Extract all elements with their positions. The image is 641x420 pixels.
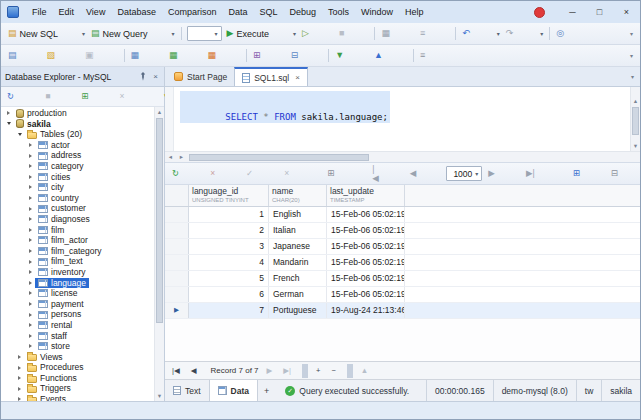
cell-language-id[interactable]: 4 xyxy=(189,255,269,270)
first-page-button[interactable]: |◀ xyxy=(369,165,406,183)
expander-icon[interactable] xyxy=(26,183,35,192)
menu-item[interactable]: Debug xyxy=(283,1,322,23)
expander-icon[interactable] xyxy=(15,384,24,393)
scroll-up-icon[interactable]: ▲ xyxy=(631,96,640,106)
document-tab[interactable]: Start Page xyxy=(167,67,234,86)
tree-item[interactable]: Views xyxy=(1,352,154,363)
toolbar-overflow-button[interactable]: ▾ xyxy=(627,30,636,37)
grid-view-button[interactable]: ⊞ xyxy=(570,165,607,183)
import-data-button[interactable]: ▼ xyxy=(332,47,371,65)
scrollbar-thumb[interactable] xyxy=(189,154,369,161)
disconnect-button[interactable]: × xyxy=(116,89,151,105)
tree-item[interactable]: address xyxy=(1,150,154,161)
cell-language-id[interactable]: 2 xyxy=(189,223,269,238)
cell-name[interactable]: Japanese xyxy=(269,239,327,254)
status-segment[interactable]: 00:00:00.165 xyxy=(426,380,493,401)
editor-scrollbar[interactable]: ▲ ▼ xyxy=(630,87,640,151)
tree-item[interactable]: payment xyxy=(1,299,154,310)
scroll-left-icon[interactable]: ◂ xyxy=(165,153,176,161)
tree-item[interactable]: staff xyxy=(1,330,154,341)
row-header[interactable] xyxy=(165,207,189,222)
cell-language-id[interactable]: 1 xyxy=(189,207,269,222)
expander-icon[interactable] xyxy=(15,352,24,361)
cell-last-update[interactable]: 15-Feb-06 05:02:19 xyxy=(327,207,405,222)
last-record-button[interactable]: ▶| xyxy=(280,364,297,378)
expander-icon[interactable] xyxy=(26,204,35,213)
find-button[interactable]: ◎ xyxy=(553,25,591,43)
cell-name[interactable]: Mandarin xyxy=(269,255,327,270)
menu-item[interactable]: Window xyxy=(355,1,399,23)
row-header[interactable] xyxy=(165,239,189,254)
new-connection-button[interactable]: ⊞ xyxy=(78,89,115,105)
grid-row[interactable]: ▶ 7 Portuguese 19-Aug-24 21:13:46 xyxy=(165,303,640,319)
panel-close-icon[interactable]: × xyxy=(151,72,160,81)
scroll-right-icon[interactable]: ▸ xyxy=(176,153,187,161)
prev-record-button[interactable]: ◀ xyxy=(188,364,203,378)
tree-item[interactable]: persons xyxy=(1,309,154,320)
new-document-button[interactable]: ▤ xyxy=(5,47,44,65)
tree-item[interactable]: license xyxy=(1,288,154,299)
tree-item[interactable]: rental xyxy=(1,320,154,331)
tree-item[interactable]: Functions xyxy=(1,373,154,384)
tree-item[interactable]: actor xyxy=(1,140,154,151)
cell-last-update[interactable]: 15-Feb-06 05:02:19 xyxy=(327,223,405,238)
tab-close-icon[interactable]: × xyxy=(295,73,300,82)
row-header[interactable] xyxy=(165,271,189,286)
execute-button[interactable]: ▶ Execute ▾ xyxy=(224,25,299,43)
export-data-button[interactable]: ▲ xyxy=(371,47,410,65)
expander-icon[interactable] xyxy=(26,236,35,245)
tree-item[interactable]: film_actor xyxy=(1,235,154,246)
expander-icon[interactable] xyxy=(26,225,35,234)
expander-icon[interactable] xyxy=(26,215,35,224)
expander-icon[interactable] xyxy=(26,172,35,181)
refresh-button[interactable]: ↻ xyxy=(4,89,41,105)
expander-icon[interactable] xyxy=(26,299,35,308)
scroll-up-icon[interactable]: ▲ xyxy=(155,107,164,117)
grid-row[interactable]: 5 French 15-Feb-06 05:02:19 xyxy=(165,271,640,287)
menu-item[interactable]: Data xyxy=(222,1,253,23)
expander-icon[interactable] xyxy=(26,268,35,277)
row-header[interactable] xyxy=(165,255,189,270)
revert-changes-button[interactable]: × xyxy=(281,165,316,183)
tree-item[interactable]: inventory xyxy=(1,267,154,278)
tree-item[interactable]: film xyxy=(1,225,154,236)
expander-icon[interactable] xyxy=(26,278,35,287)
expander-icon[interactable] xyxy=(15,374,24,383)
expander-icon[interactable] xyxy=(26,289,35,298)
cell-last-update[interactable]: 15-Feb-06 05:02:19 xyxy=(327,239,405,254)
pin-icon[interactable] xyxy=(139,72,147,81)
dropdown-caret-icon[interactable]: ▾ xyxy=(475,170,478,177)
cell-language-id[interactable]: 6 xyxy=(189,287,269,302)
new-sql-button[interactable]: ▤ New SQL ▾ xyxy=(5,25,88,43)
grid-row[interactable]: 4 Mandarin 15-Feb-06 05:02:19 xyxy=(165,255,640,271)
tree-item[interactable]: store xyxy=(1,341,154,352)
status-segment[interactable]: tw xyxy=(576,380,602,401)
expander-icon[interactable] xyxy=(15,363,24,372)
new-query-button[interactable]: ▤ New Query ▾ xyxy=(88,25,178,43)
maximize-button[interactable]: □ xyxy=(586,1,613,23)
table-data-button[interactable]: ▦ xyxy=(205,47,244,65)
next-page-button[interactable]: ▶ xyxy=(485,165,522,183)
dropdown-caret-icon[interactable]: ▾ xyxy=(540,30,543,37)
edit-table-button[interactable]: ▦ xyxy=(166,47,205,65)
redo-button[interactable]: ↷ ▾ xyxy=(503,25,547,43)
last-page-button[interactable]: ▶| xyxy=(523,165,562,183)
refresh-data-button[interactable]: ↻ xyxy=(169,165,206,183)
menu-item[interactable]: File xyxy=(26,1,53,23)
menu-item[interactable]: Tools xyxy=(322,1,355,23)
first-record-button[interactable]: |◀ xyxy=(169,364,186,378)
tree-item[interactable]: diagnoses xyxy=(1,214,154,225)
tree-item[interactable]: Triggers xyxy=(1,383,154,394)
card-view-button[interactable]: ⊞ xyxy=(324,165,361,183)
query-builder-button[interactable]: ⊟ xyxy=(288,47,326,65)
insert-record-button[interactable]: + xyxy=(313,364,326,378)
prev-page-button[interactable]: ◀ xyxy=(407,165,444,183)
cell-language-id[interactable]: 3 xyxy=(189,239,269,254)
explain-plan-button[interactable]: ≡ xyxy=(417,25,452,43)
dropdown-caret-icon[interactable]: ▾ xyxy=(497,30,500,37)
scroll-down-icon[interactable]: ▼ xyxy=(155,391,164,401)
expander-icon[interactable] xyxy=(26,321,35,330)
expander-icon[interactable] xyxy=(4,109,13,118)
tree-item[interactable]: sakila xyxy=(1,119,154,130)
expander-icon[interactable] xyxy=(15,130,24,139)
